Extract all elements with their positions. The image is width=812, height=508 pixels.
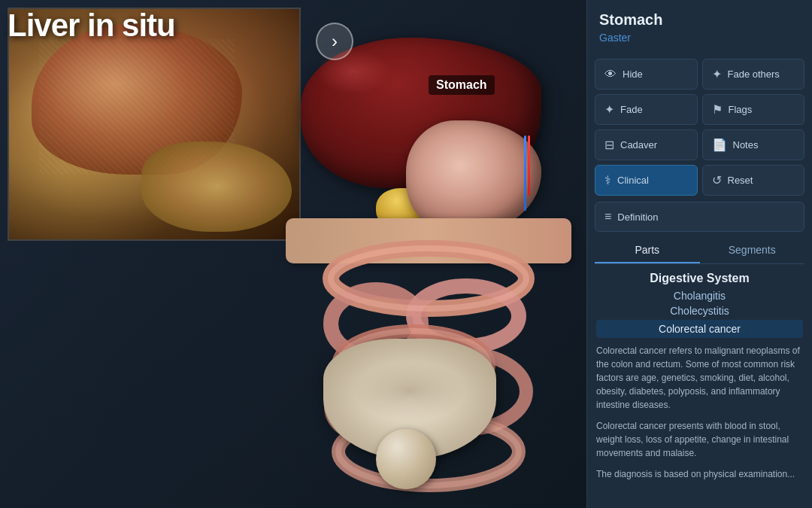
clinical-icon: ⚕: [604, 173, 611, 187]
tab-parts[interactable]: Parts: [595, 238, 700, 263]
reset-button[interactable]: ↺ Reset: [702, 165, 805, 196]
cholangitis-item[interactable]: Cholangitis: [596, 290, 803, 302]
content-paragraph-2: Colorectal cancer presents with blood in…: [596, 419, 803, 460]
fade-others-label: Fade others: [728, 68, 780, 80]
cadaver-button[interactable]: ⊟ Cadaver: [595, 129, 698, 160]
nav-arrow-button[interactable]: ›: [316, 23, 353, 60]
flags-icon: ⚑: [712, 102, 723, 117]
organs-area: [278, 23, 579, 504]
definition-button[interactable]: ≡ Definition: [595, 202, 804, 232]
hide-button[interactable]: 👁 Hide: [595, 59, 698, 90]
notes-icon: 📄: [712, 138, 727, 152]
flags-label: Flags: [729, 104, 753, 115]
content-heading: Digestive System: [596, 272, 803, 285]
stomach-3d-model: [406, 120, 541, 233]
panel-header: Stomach Gaster: [587, 0, 812, 59]
hide-icon: 👁: [604, 68, 617, 81]
panel-tabs: Parts Segments: [595, 238, 804, 264]
title-overlay: Liver in situ: [8, 8, 175, 44]
fade-label: Fade: [620, 104, 643, 115]
fade-others-icon: ✦: [712, 67, 722, 81]
cadaver-label: Cadaver: [620, 139, 657, 151]
definition-icon: ≡: [604, 210, 611, 224]
colorectal-cancer-item[interactable]: Colorectal cancer: [596, 320, 803, 338]
notes-button[interactable]: 📄 Notes: [702, 129, 805, 160]
page-title: Liver in situ: [8, 8, 175, 43]
right-panel: Stomach Gaster 👁 Hide ✦ Fade others ✦ Fa…: [586, 0, 812, 508]
viewport: Liver in situ › Stomach: [0, 0, 586, 508]
content-paragraph-3: The diagnosis is based on physical exami…: [596, 467, 803, 481]
fade-others-button[interactable]: ✦ Fade others: [702, 59, 805, 90]
flags-button[interactable]: ⚑ Flags: [702, 94, 805, 125]
tab-segments[interactable]: Segments: [700, 238, 805, 263]
definition-label: Definition: [617, 211, 658, 223]
bladder-3d-model: [376, 429, 436, 489]
fade-button[interactable]: ✦ Fade: [595, 94, 698, 125]
reset-icon: ↺: [712, 173, 722, 187]
panel-content: Digestive System Cholangitis Cholecystit…: [587, 272, 812, 481]
hide-label: Hide: [623, 68, 643, 80]
stomach-label: Stomach: [429, 75, 495, 95]
definition-row: ≡ Definition: [595, 202, 804, 232]
notes-label: Notes: [733, 139, 759, 151]
fade-icon: ✦: [604, 102, 614, 117]
actions-grid: 👁 Hide ✦ Fade others ✦ Fade ⚑ Flags ⊟ Ca…: [587, 59, 812, 202]
cadaver-icon: ⊟: [604, 138, 614, 152]
cholecystitis-item[interactable]: Cholecystitis: [596, 305, 803, 317]
reset-label: Reset: [728, 175, 753, 186]
clinical-button[interactable]: ⚕ Clinical: [595, 165, 698, 196]
panel-title: Stomach: [599, 11, 800, 29]
panel-subtitle: Gaster: [599, 32, 800, 44]
content-paragraph-1: Colorectal cancer refers to malignant ne…: [596, 344, 803, 412]
chevron-right-icon: ›: [332, 31, 338, 52]
clinical-label: Clinical: [617, 175, 649, 186]
